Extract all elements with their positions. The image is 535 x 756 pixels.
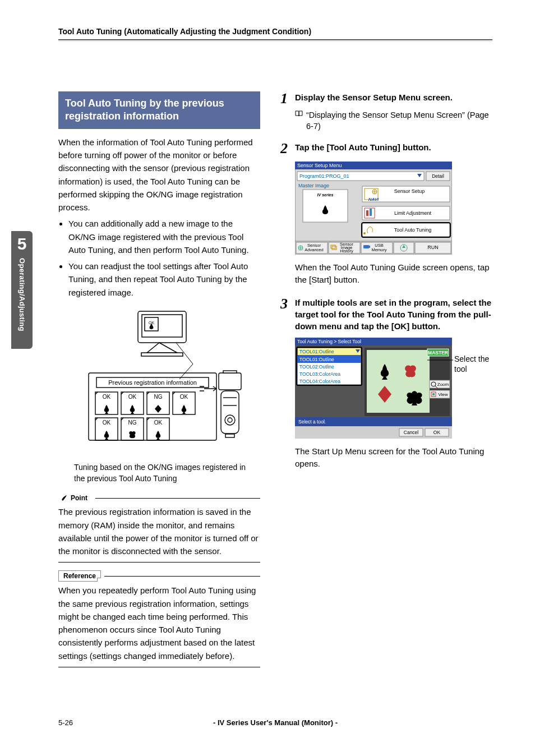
svg-text:TOOL02:Outline: TOOL02:Outline <box>299 364 334 370</box>
svg-text:OK: OK <box>103 420 111 426</box>
svg-text:Memory: Memory <box>371 247 386 252</box>
svg-text:NAVI: NAVI <box>368 197 379 202</box>
page-footer: 5-26 - IV Series User's Manual (Monitor)… <box>58 718 492 727</box>
screenshot-select-tool: Tool Auto Tuning > Select Tool TOOL01:Ou… <box>295 338 452 441</box>
svg-text:Tool Auto Tuning: Tool Auto Tuning <box>394 227 432 233</box>
reference-note: When you repeatedly perform Tool Auto Tu… <box>58 584 260 667</box>
footer-title: - IV Series User's Manual (Monitor) - <box>92 718 459 727</box>
svg-point-53 <box>363 232 366 234</box>
diagram-box-label: Previous registration information <box>108 379 197 386</box>
step-number: 3 <box>280 297 292 311</box>
svg-text:Advanced: Advanced <box>305 247 323 252</box>
svg-text:Cancel: Cancel <box>404 430 419 435</box>
svg-text:MASTER: MASTER <box>428 350 448 356</box>
svg-rect-26 <box>223 371 237 373</box>
point-label: Point <box>58 493 92 503</box>
step-number: 2 <box>280 141 292 156</box>
svg-text:OK: OK <box>103 394 111 400</box>
svg-rect-68 <box>369 246 370 248</box>
svg-text:OK: OK <box>433 430 441 435</box>
page-number: 5-26 <box>58 718 92 727</box>
svg-text:TOOL01:Outline: TOOL01:Outline <box>299 349 334 354</box>
svg-text:View: View <box>438 392 448 397</box>
bullet-list: You can additionally add a new image to … <box>58 217 260 299</box>
svg-text:Sensor Setup: Sensor Setup <box>394 188 425 194</box>
section-subhead: Tool Auto Tuning by the previous registr… <box>58 91 260 129</box>
svg-text:Detail: Detail <box>432 173 444 179</box>
svg-text:OK: OK <box>128 394 137 400</box>
chapter-number: 5 <box>17 236 27 252</box>
cross-reference: “Displaying the Sensor Setup Menu Screen… <box>295 109 494 132</box>
svg-text:Select a tool.: Select a tool. <box>298 419 326 425</box>
intro-paragraph: When the information of Tool Auto Tuning… <box>58 136 260 214</box>
svg-text:Limit Adjustment: Limit Adjustment <box>394 210 432 216</box>
step-title: Tap the [Tool Auto Tuning] button. <box>295 141 431 153</box>
svg-text:Tool Auto Tuning > Select Tool: Tool Auto Tuning > Select Tool <box>297 339 361 344</box>
book-icon <box>295 110 303 117</box>
header-rule <box>58 39 492 41</box>
point-note: The previous registration information is… <box>58 505 260 563</box>
svg-text:Sensor Setup Menu: Sensor Setup Menu <box>297 163 342 168</box>
rule <box>95 498 260 499</box>
svg-text:OK: OK <box>154 420 163 426</box>
svg-rect-49 <box>366 210 368 216</box>
diagram-caption: Tuning based on the OK/NG images registe… <box>74 462 255 485</box>
step-body-text: When the Tool Auto Tuning Guide screen o… <box>295 261 494 287</box>
svg-text:NG: NG <box>154 394 163 400</box>
svg-text:TOOL03:ColorArea: TOOL03:ColorArea <box>299 371 340 377</box>
svg-rect-50 <box>370 209 372 216</box>
svg-rect-67 <box>363 245 369 248</box>
screenshot-sensor-setup: Sensor Setup Menu Program01:PROG_01 Deta… <box>295 162 452 257</box>
svg-text:Program01:PROG_01: Program01:PROG_01 <box>299 173 349 179</box>
chapter-label: Operating/Adjusting <box>18 258 26 331</box>
step-body-text: The Start Up Menu screen for the Tool Au… <box>295 445 494 471</box>
svg-rect-97 <box>432 393 435 395</box>
svg-rect-31 <box>225 434 234 437</box>
svg-rect-24 <box>219 373 241 390</box>
svg-text:Master Image: Master Image <box>298 183 329 188</box>
svg-text:RUN: RUN <box>427 245 439 250</box>
diagram: OK <box>75 308 243 456</box>
callout-select-tool: Select the tool <box>454 354 494 374</box>
svg-point-28 <box>228 418 232 422</box>
running-header: Tool Auto Tuning (Automatically Adjustin… <box>58 27 492 36</box>
step-title: If multiple tools are set in the program… <box>295 297 494 332</box>
step-title: Display the Sensor Setup Menu screen. <box>295 91 453 103</box>
step-number: 1 <box>280 91 292 106</box>
svg-text:IV series: IV series <box>317 193 334 197</box>
svg-line-5 <box>179 364 193 379</box>
list-item: You can readjust the tool settings after… <box>68 260 260 299</box>
svg-text:TOOL04:ColorArea: TOOL04:ColorArea <box>299 379 340 384</box>
reference-label: Reference <box>58 570 101 582</box>
chapter-tab: 5 Operating/Adjusting <box>11 231 33 349</box>
svg-rect-2 <box>141 353 183 356</box>
svg-text:NG: NG <box>128 420 137 426</box>
svg-text:TOOL01:Outline: TOOL01:Outline <box>299 357 334 362</box>
svg-text:OK: OK <box>180 394 188 400</box>
list-item: You can additionally add a new image to … <box>68 217 260 256</box>
svg-text:Zoom: Zoom <box>437 382 449 387</box>
rule <box>104 576 260 577</box>
svg-text:History: History <box>340 248 353 253</box>
